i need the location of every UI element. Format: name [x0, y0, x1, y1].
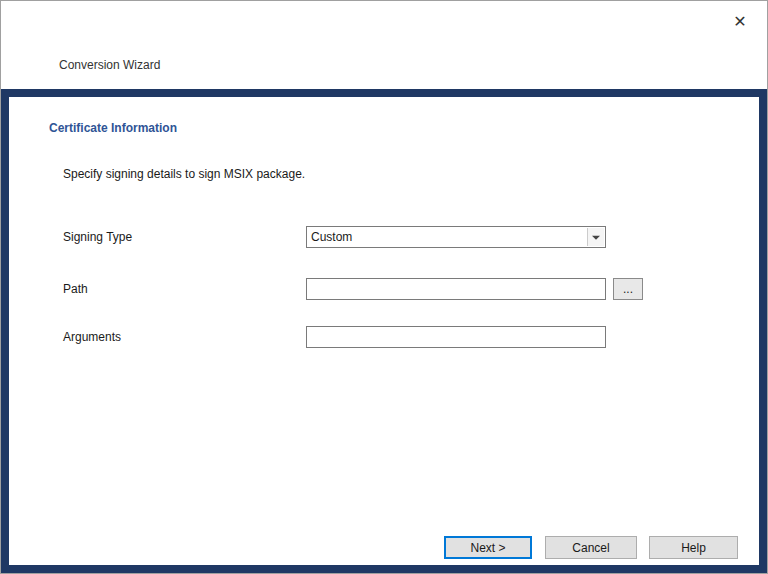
- page-heading: Certificate Information: [49, 121, 177, 135]
- signing-type-label: Signing Type: [63, 230, 132, 244]
- wizard-title: Conversion Wizard: [59, 41, 160, 89]
- signing-type-combobox[interactable]: Custom: [306, 226, 606, 248]
- wizard-header: Conversion Wizard: [1, 41, 767, 89]
- page-description: Specify signing details to sign MSIX pac…: [63, 167, 305, 181]
- close-button[interactable]: ✕: [727, 9, 753, 35]
- path-label: Path: [63, 282, 88, 296]
- conversion-wizard-dialog: ✕ Conversion Wizard Certificate Informat…: [0, 0, 768, 574]
- signing-type-value: Custom: [311, 227, 352, 247]
- arguments-label: Arguments: [63, 330, 121, 344]
- help-button[interactable]: Help: [649, 536, 738, 559]
- cancel-button[interactable]: Cancel: [545, 536, 637, 559]
- browse-button[interactable]: ...: [613, 278, 643, 300]
- next-button[interactable]: Next >: [444, 536, 532, 559]
- path-input[interactable]: [306, 278, 606, 300]
- chevron-down-icon[interactable]: [587, 228, 604, 246]
- arguments-input[interactable]: [306, 326, 606, 348]
- close-icon: ✕: [733, 13, 746, 30]
- content-frame: Certificate Information Specify signing …: [1, 89, 767, 573]
- wizard-page: Certificate Information Specify signing …: [9, 97, 759, 565]
- titlebar: ✕: [1, 1, 767, 41]
